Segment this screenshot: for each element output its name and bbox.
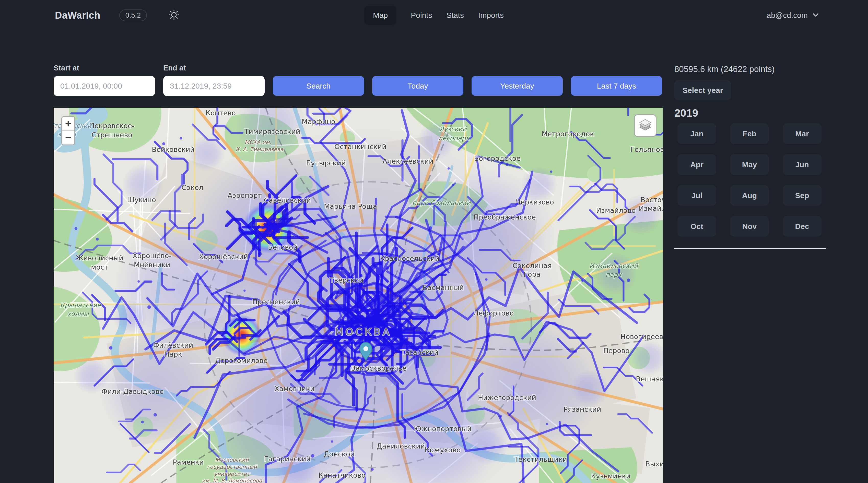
brand: DaWarIch 0.5.2 [55,0,180,31]
map-label: государственный [207,464,257,470]
map-label: Московский [215,457,249,463]
search-button[interactable]: Search [273,76,364,96]
map-label: парк [606,271,622,278]
map-label: университет [214,471,251,477]
user-menu[interactable]: ab@cd.com [767,0,819,31]
start-at-input[interactable] [54,76,155,96]
map-label: Стрешнево [91,131,132,139]
map-label: Южнопортовый [414,425,471,433]
start-at-label: Start at [54,64,155,72]
map-label: Канатчиково [318,471,366,479]
map-label: МОСКВА [335,326,392,337]
map-label: лесопарк [438,134,470,142]
month-button-mar[interactable]: Mar [783,123,822,144]
app-logo[interactable]: DaWarIch [55,10,100,21]
today-button[interactable]: Today [372,76,463,96]
distance-stats: 80595.6 km (24622 points) [674,64,826,74]
nav-tab-map[interactable]: Map [364,6,397,25]
map-label: Преображенское [474,213,536,221]
map-label: Красносельский [380,255,440,262]
map-label: Раменки [173,458,204,466]
zoom-in-button[interactable]: + [62,117,74,131]
map-label: Останкинский [334,143,386,151]
map-label: Яузский [439,125,467,133]
month-grid: Jan Feb Mar Apr May Jun Jul Aug Sep Oct … [677,123,826,237]
month-button-oct[interactable]: Oct [677,216,716,237]
month-button-jan[interactable]: Jan [677,123,716,144]
month-button-dec[interactable]: Dec [783,216,822,237]
layers-icon [638,118,653,134]
map-label: холмы [67,310,89,318]
last-7-days-button[interactable]: Last 7 days [571,76,662,96]
map-label: МСХА им. [245,139,271,145]
month-button-jul[interactable]: Jul [677,185,716,206]
map-label: Нижегородский [478,394,536,401]
map-label: Новогиреево [620,333,663,341]
nav-tab-stats[interactable]: Stats [446,6,464,25]
map-label: Пресненский [252,298,300,306]
map-label: Метрогородок [541,130,594,138]
map-canvas: Покровское-СтрешневоКоптевоТимирязевский… [54,108,663,483]
map-label: Соколиная [513,262,552,269]
map-label: Дорогомилово [215,357,268,364]
layers-control[interactable] [634,115,656,137]
month-button-feb[interactable]: Feb [730,123,769,144]
right-sidebar: 80595.6 km (24622 points) Select year 20… [674,64,826,249]
map-label: Даниловский [377,442,425,450]
month-button-apr[interactable]: Apr [677,154,716,175]
location-marker[interactable] [359,342,372,361]
map-label: Покровское- [89,122,135,130]
map-label: Тверской [330,276,363,284]
month-button-jun[interactable]: Jun [783,154,822,175]
nav-tab-points[interactable]: Points [411,6,432,25]
map-label: Филёвский [153,341,193,349]
map-label: Бутырский [306,159,346,167]
map-label: Лефортово [473,309,514,317]
map-label: Тимирязевский [244,128,300,135]
zoom-out-button[interactable]: − [62,131,74,144]
user-email: ab@cd.com [767,11,808,20]
map-label: Таганский [401,349,439,356]
map-label: Восточное [641,196,663,204]
nav-tab-imports[interactable]: Imports [478,6,504,25]
map-label: Войковский [152,146,195,154]
map-label: мост [91,263,108,271]
chevron-down-icon [812,11,819,20]
month-button-aug[interactable]: Aug [730,185,769,206]
map-label: Парк [164,350,182,358]
map-label: Гагаринский [264,455,311,463]
map-label: Марфино [302,118,335,126]
filter-bar: Start at End at Search Today Yesterday L… [54,64,662,96]
map-label: Фили-Давыдково [101,388,164,395]
map-label: Кожухово [425,446,461,454]
map-label: Богородское [474,155,521,162]
month-button-sep[interactable]: Sep [783,185,822,206]
month-button-may[interactable]: May [730,154,769,175]
map-label: Мнёвники [134,261,170,269]
map-label: им. М. В. Ломоносова [202,478,262,483]
map-label: Коптево [206,109,236,117]
sidebar-divider [674,248,826,249]
month-button-nov[interactable]: Nov [730,216,769,237]
map-label: Беговой [268,243,298,251]
main-nav: Map Points Stats Imports [364,0,504,31]
map-label: Хорошёвский [199,253,248,261]
version-badge: 0.5.2 [119,9,147,21]
map-label: Перово [603,347,629,355]
navbar: DaWarIch 0.5.2 Map Points Stats Imports … [0,0,868,31]
theme-toggle-button[interactable] [168,9,180,22]
map-label: Щукино [127,196,156,204]
map-label: Крылатские [60,301,101,309]
end-at-input[interactable] [163,76,265,96]
yesterday-button[interactable]: Yesterday [471,76,563,96]
end-at-field: End at [163,64,265,96]
map-label: Измайлово [639,204,663,213]
map-label: Аэропорт [227,191,262,199]
map-label: парк Сокольники [412,199,471,206]
map[interactable]: Покровское-СтрешневоКоптевоТимирязевский… [54,108,663,483]
map-label: Измайлово [596,206,636,215]
start-at-field: Start at [54,64,155,96]
select-year-button[interactable]: Select year [674,80,731,100]
year-heading: 2019 [674,107,826,119]
map-label: К. А. Тимирязева [236,146,283,152]
